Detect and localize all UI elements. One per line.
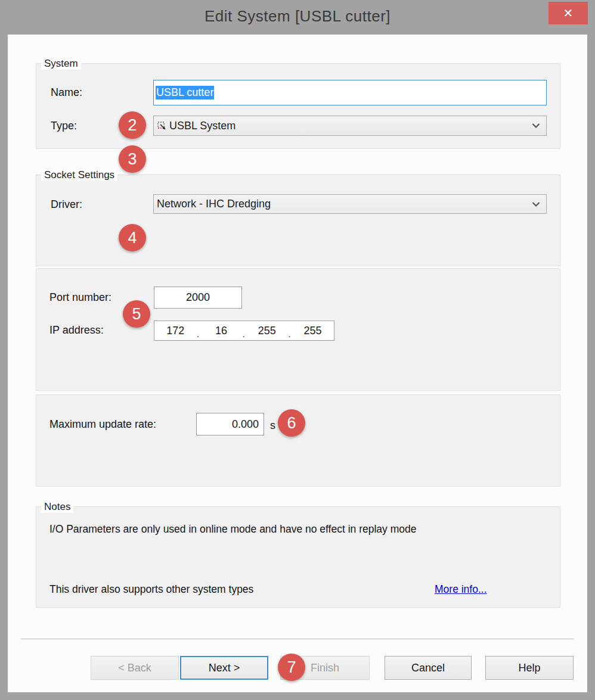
max-update-rate-input[interactable]	[196, 413, 264, 435]
footer-separator	[21, 639, 574, 639]
close-icon: ✕	[563, 6, 574, 20]
name-selected-text: USBL cutter	[156, 86, 214, 99]
notes-legend: Notes	[41, 500, 73, 513]
driver-dropdown[interactable]: Network - IHC Dredging	[153, 194, 547, 214]
chevron-down-icon	[532, 202, 540, 207]
driver-label: Driver:	[51, 198, 82, 211]
ip-address-label: IP address:	[49, 324, 104, 337]
cancel-button[interactable]: Cancel	[385, 656, 472, 680]
update-rate-panel: Maximum update rate: s	[36, 394, 560, 487]
socket-settings-groupbox: Socket Settings Driver: Network - IHC Dr…	[36, 175, 560, 266]
back-button[interactable]: < Back	[91, 656, 179, 680]
name-input[interactable]: USBL cutter	[153, 80, 547, 105]
ip-octet-3[interactable]: 255	[246, 325, 289, 337]
ip-octet-1[interactable]: 172	[154, 325, 197, 337]
next-button[interactable]: Next >	[180, 656, 268, 680]
name-label: Name:	[51, 86, 82, 99]
ip-octet-2[interactable]: 16	[200, 325, 243, 337]
type-value: USBL System	[169, 120, 235, 132]
callout-6: 6	[278, 409, 305, 437]
callout-4: 4	[119, 224, 146, 251]
type-label: Type:	[51, 120, 77, 132]
socket-settings-legend: Socket Settings	[41, 169, 117, 181]
dialog-content: System Name: USBL cutter Type: USBL Syst…	[8, 35, 587, 692]
close-button[interactable]: ✕	[548, 2, 588, 24]
port-number-input[interactable]	[154, 287, 242, 309]
driver-value: Network - IHC Dredging	[157, 198, 271, 210]
titlebar: Edit System [USBL cutter] ✕	[0, 0, 595, 35]
callout-5: 5	[123, 300, 150, 328]
system-groupbox: System Name: USBL cutter Type: USBL Syst…	[36, 63, 560, 149]
notes-line2: This driver also supports other system t…	[49, 583, 253, 596]
edit-system-dialog: Edit System [USBL cutter] ✕ System Name:…	[0, 0, 595, 700]
dialog-title: Edit System [USBL cutter]	[0, 7, 595, 26]
max-update-rate-label: Maximum update rate:	[49, 418, 156, 431]
chevron-down-icon	[532, 123, 540, 128]
notes-line1: I/O Parameters are only used in online m…	[49, 523, 416, 536]
notes-groupbox: Notes I/O Parameters are only used in on…	[36, 506, 560, 608]
connection-panel: Port number: IP address: 172 . 16 . 255 …	[36, 268, 560, 391]
port-number-label: Port number:	[49, 291, 111, 304]
type-dropdown[interactable]: USBL System	[153, 116, 547, 136]
callout-3: 3	[119, 145, 146, 173]
usbl-system-icon	[157, 121, 167, 131]
ip-address-input[interactable]: 172 . 16 . 255 . 255	[154, 321, 334, 341]
help-button[interactable]: Help	[485, 656, 574, 680]
callout-2: 2	[119, 111, 146, 139]
more-info-link[interactable]: More info...	[435, 583, 487, 596]
system-group-legend: System	[41, 57, 81, 70]
callout-7: 7	[278, 654, 305, 681]
ip-octet-4[interactable]: 255	[292, 325, 334, 337]
rate-unit-label: s	[270, 419, 275, 432]
